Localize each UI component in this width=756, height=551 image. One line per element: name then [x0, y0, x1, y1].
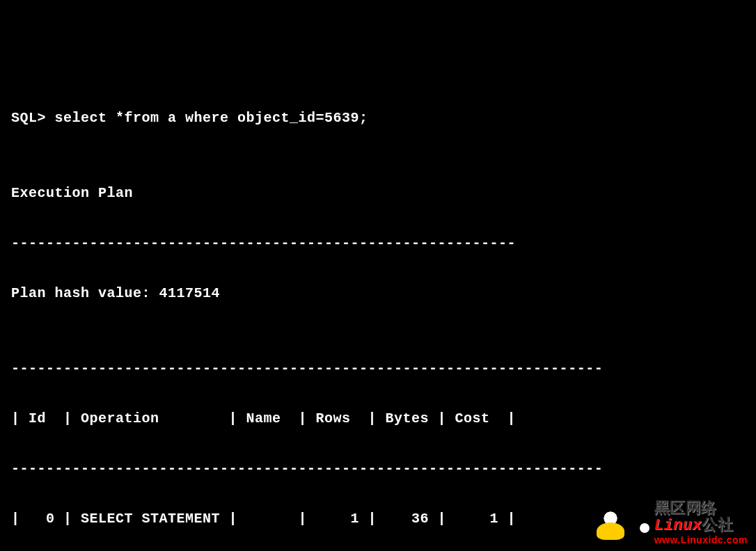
watermark-logo: 黑区网络 Linux公社 www.Linuxidc.com	[590, 500, 748, 545]
watermark-url: www.Linuxidc.com	[654, 535, 748, 545]
watermark-title: 黑区网络	[654, 500, 748, 516]
sql-command-text: select *from a where object_id=5639;	[55, 110, 368, 126]
separator-line: ----------------------------------------…	[11, 231, 745, 256]
sql-command-line[interactable]: SQL> select *from a where object_id=5639…	[11, 106, 745, 131]
small-penguin-icon	[634, 519, 655, 540]
table-border-top: ----------------------------------------…	[11, 356, 745, 381]
watermark-prefix: 黑区网络	[654, 499, 717, 516]
table-header-row: | Id | Operation | Name | Rows | Bytes |…	[11, 406, 745, 431]
sql-prompt: SQL>	[11, 110, 46, 126]
tux-penguin-icon	[590, 502, 631, 543]
plan-hash-value: Plan hash value: 4117514	[11, 281, 745, 306]
watermark-text-block: 黑区网络 Linux公社 www.Linuxidc.com	[654, 500, 748, 545]
table-border-mid: ----------------------------------------…	[11, 456, 745, 481]
execution-plan-title: Execution Plan	[11, 181, 745, 206]
watermark-cn-text: 公社	[702, 516, 733, 533]
watermark-subtitle: Linux公社	[654, 516, 748, 534]
watermark-linux-text: Linux	[654, 517, 702, 534]
